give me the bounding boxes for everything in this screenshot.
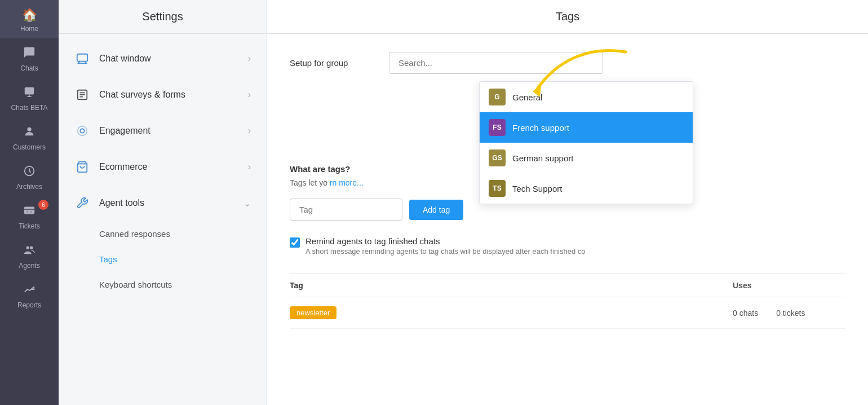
svg-point-4 — [26, 246, 30, 250]
tags-table-header: Tag Uses — [290, 274, 845, 297]
agent-tools-submenu: Canned responses Tags Keyboard shortcuts — [59, 221, 267, 297]
main-body: Setup for group G General FS Frenc — [267, 34, 868, 405]
svg-point-8 — [80, 129, 84, 133]
archives-icon — [23, 165, 36, 181]
svg-point-5 — [30, 246, 33, 250]
settings-menu-label: Ecommerce — [99, 162, 147, 172]
setup-group-row: Setup for group G General FS Frenc — [290, 52, 845, 74]
dropdown-label-general: General — [512, 93, 542, 102]
sidebar-item-agents[interactable]: Agents — [0, 236, 59, 275]
svg-point-9 — [78, 126, 87, 136]
tickets-icon — [23, 204, 36, 220]
what-are-tags: What are tags? — [290, 164, 351, 174]
add-tag-button[interactable]: Add tag — [409, 200, 463, 220]
dropdown-avatar-tech: TS — [489, 180, 506, 197]
remind-text-block: Remind agents to tag finished chats A sh… — [305, 236, 585, 256]
remind-checkbox[interactable] — [290, 237, 300, 248]
sidebar-item-label: Reports — [17, 301, 41, 309]
svg-rect-6 — [77, 54, 87, 61]
settings-menu-label: Chat surveys & forms — [99, 90, 185, 100]
settings-menu: Chat window › Chat surveys & forms › Eng… — [59, 34, 267, 304]
dropdown-label-tech: Tech Support — [512, 184, 562, 193]
chevron-right-icon: › — [248, 90, 251, 100]
settings-menu-ecommerce[interactable]: Ecommerce › — [59, 149, 267, 185]
sidebar-item-reports[interactable]: Reports — [0, 275, 59, 315]
tickets-count: 0 tickets — [776, 309, 805, 318]
svg-point-1 — [27, 127, 31, 131]
dropdown-label-german: German support — [512, 153, 573, 163]
dropdown-avatar-general: G — [489, 89, 506, 105]
agent-tools-icon — [74, 195, 90, 211]
settings-menu-label: Engagement — [99, 126, 150, 136]
group-dropdown: G General FS French support GS German su… — [479, 81, 693, 204]
remind-label: Remind agents to tag finished chats — [305, 236, 585, 246]
sidebar-item-tickets-wrapper: Tickets 6 — [0, 196, 59, 236]
settings-menu-label: Chat window — [99, 54, 151, 64]
chevron-right-icon: › — [248, 162, 251, 172]
svg-rect-0 — [25, 87, 34, 95]
submenu-keyboard-shortcuts[interactable]: Keyboard shortcuts — [59, 272, 267, 297]
dropdown-item-french-support[interactable]: FS French support — [480, 112, 693, 143]
submenu-canned-responses[interactable]: Canned responses — [59, 221, 267, 246]
sidebar-item-archives[interactable]: Archives — [0, 157, 59, 196]
dropdown-item-general[interactable]: G General — [480, 82, 693, 112]
sidebar-item-label: Chats BETA — [11, 104, 47, 112]
agents-icon — [23, 244, 36, 259]
chats-count: 0 chats — [733, 309, 758, 318]
group-search-input[interactable] — [389, 52, 603, 74]
customers-icon — [23, 125, 36, 141]
col-tag-header: Tag — [290, 281, 733, 290]
main-content: Tags Setup for group G General — [267, 0, 868, 405]
learn-more-link[interactable]: rn more... — [330, 178, 364, 187]
settings-menu-chat-surveys[interactable]: Chat surveys & forms › — [59, 77, 267, 113]
col-uses-header: Uses — [733, 281, 845, 290]
sidebar-item-home[interactable]: 🏠 Home — [0, 0, 59, 38]
sidebar-item-label: Customers — [13, 143, 46, 151]
sidebar-item-customers[interactable]: Customers — [0, 117, 59, 157]
dropdown-avatar-german: GS — [489, 149, 506, 166]
sidebar-item-chats-beta[interactable]: Chats BETA — [0, 78, 59, 117]
chat-window-icon — [74, 51, 90, 67]
tag-cell: newsletter — [290, 306, 733, 319]
dropdown-avatar-french: FS — [489, 119, 506, 136]
dropdown-label-french: French support — [512, 123, 569, 133]
sidebar-item-chats[interactable]: Chats — [0, 38, 59, 78]
sidebar: 🏠 Home Chats Chats BETA Customers Archiv… — [0, 0, 59, 405]
table-row: newsletter 0 chats 0 tickets — [290, 297, 845, 329]
chevron-right-icon: › — [248, 54, 251, 64]
chats-beta-icon — [23, 86, 36, 102]
tag-badge-newsletter: newsletter — [290, 306, 336, 319]
settings-menu-label: Agent tools — [99, 198, 144, 208]
remind-sub-text: A short message reminding agents to tag … — [305, 247, 585, 256]
reports-icon — [23, 283, 36, 299]
tags-table: Tag Uses newsletter 0 chats 0 tickets — [290, 274, 845, 329]
tags-page-header: Tags — [267, 0, 868, 34]
chat-surveys-icon — [74, 87, 90, 103]
sidebar-item-label: Tickets — [19, 222, 40, 230]
settings-header: Settings — [59, 0, 267, 34]
search-input-wrapper: G General FS French support GS German su… — [389, 52, 603, 74]
tickets-badge: 6 — [38, 200, 48, 210]
sidebar-item-label: Archives — [16, 183, 42, 191]
settings-menu-chat-window[interactable]: Chat window › — [59, 41, 267, 77]
uses-cell: 0 chats 0 tickets — [733, 309, 845, 318]
settings-menu-agent-tools[interactable]: Agent tools ⌄ — [59, 185, 267, 221]
svg-rect-3 — [24, 207, 34, 214]
submenu-tags[interactable]: Tags — [59, 246, 267, 272]
chats-icon — [23, 46, 36, 62]
setup-group-label: Setup for group — [290, 58, 380, 68]
sidebar-item-label: Agents — [19, 262, 39, 270]
chevron-down-icon: ⌄ — [243, 198, 251, 209]
settings-panel: Settings Chat window › Chat surveys & fo… — [59, 0, 267, 405]
sidebar-item-label: Chats — [20, 64, 38, 72]
sidebar-item-label: Home — [20, 25, 38, 33]
dropdown-item-tech-support[interactable]: TS Tech Support — [480, 173, 693, 204]
engagement-icon — [74, 123, 90, 139]
settings-menu-engagement[interactable]: Engagement › — [59, 113, 267, 149]
home-icon: 🏠 — [22, 8, 37, 23]
dropdown-item-german-support[interactable]: GS German support — [480, 143, 693, 173]
remind-row: Remind agents to tag finished chats A sh… — [290, 236, 845, 256]
tag-input[interactable] — [290, 199, 402, 221]
sidebar-item-tickets[interactable]: Tickets 6 — [0, 196, 59, 236]
chevron-right-icon: › — [248, 126, 251, 136]
